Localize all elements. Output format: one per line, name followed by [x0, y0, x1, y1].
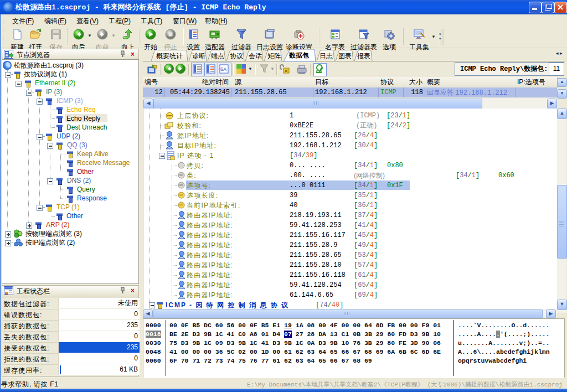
svg-text:6A: 6A	[220, 66, 226, 72]
